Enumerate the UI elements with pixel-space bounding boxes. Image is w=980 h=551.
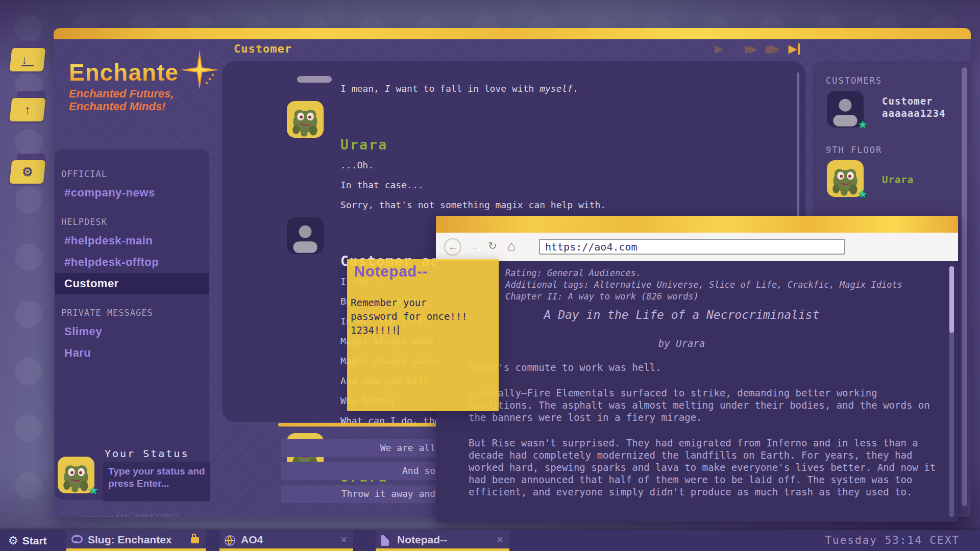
gear-icon: ⚙ (22, 166, 33, 178)
browser-toolbar: ← → ↻ ⌂ (436, 233, 958, 261)
screen: ↓ ↑ ⚙ Enchante Enchanted Futures, Enchan… (0, 0, 980, 551)
taskbar: ⚙ Start Slug: Enchantex AO4 × Notepad-- … (0, 530, 980, 551)
active-underline (376, 548, 509, 551)
status-input[interactable]: Type your status and press Enter... (103, 462, 210, 502)
message-urara: Urara ...Oh. In that case... Sorry, that… (340, 98, 788, 215)
urara-avatar: ★ (827, 160, 864, 197)
fast-forward-2-icon[interactable]: ▶▶ (745, 43, 757, 55)
group-label-9th-floor: 9TH FLOOR (826, 145, 971, 155)
member-customer[interactable]: ★ Customer aaaaaa1234 (827, 91, 971, 131)
chat-header-title: Customer (234, 42, 292, 55)
gear-icon: ⚙ (8, 534, 18, 547)
group-label-customers: CUSTOMERS (826, 76, 971, 86)
fic-tags: Rating: General Audiences. Additional ta… (505, 267, 902, 303)
app-title-bar[interactable] (54, 28, 971, 39)
taskbar-window-label: AO4 (241, 530, 263, 549)
star-badge-icon: ★ (857, 118, 868, 132)
globe-icon (225, 535, 235, 546)
channel-helpdesk-offtop[interactable]: #helpdesk-offtop (55, 252, 209, 273)
fic-byline: by Urara (436, 338, 927, 349)
fast-forward-3-icon[interactable]: ▶▶▶ (766, 43, 780, 55)
logo-tagline: Enchanted Futures, Enchanted Minds! (69, 87, 237, 113)
note-icon (381, 535, 389, 546)
message-text: I mean, I want to fall in love with myse… (340, 79, 788, 98)
taskbar-window-label: Notepad-- (397, 530, 447, 549)
message-text: ...Oh. (340, 155, 788, 175)
section-label-private-messages: PRIVATE MESSAGES (61, 308, 209, 318)
channel-company-news[interactable]: #company-news (55, 182, 209, 204)
dm-slimey[interactable]: Slimey (55, 321, 209, 342)
fic-body: Today's commute to work was hell. Litera… (469, 361, 936, 511)
url-input[interactable] (539, 239, 845, 255)
fic-rating: Rating: General Audiences. (505, 267, 902, 279)
notepad-text[interactable]: Remember your password for once!!! 1234!… (351, 296, 496, 337)
session-id: session ID: 209437892 (55, 512, 208, 517)
lock-icon (191, 537, 199, 543)
browser-window: ← → ↻ ⌂ Rating: General Audiences. Addit… (436, 216, 958, 522)
text-cursor (398, 325, 399, 335)
close-icon[interactable]: × (497, 530, 503, 549)
section-label-helpdesk: HELPDESK (61, 217, 209, 227)
upload-icon: ↑ (24, 104, 31, 116)
reload-icon[interactable]: ↻ (488, 240, 497, 252)
taskbar-window-ao4[interactable]: AO4 × (219, 530, 353, 551)
enchantex-logo: Enchante Enchanted Futures, Enchanted Mi… (69, 59, 237, 113)
channel-helpdesk-main[interactable]: #helpdesk-main (55, 230, 209, 252)
taskbar-window-notepad[interactable]: Notepad-- × (376, 530, 509, 551)
browser-page: Rating: General Audiences. Additional ta… (436, 261, 958, 522)
active-underline (66, 548, 206, 551)
logo-spark-icon (180, 51, 219, 89)
browser-scrollbar-thumb[interactable] (949, 266, 954, 333)
folder-front: ↓ (10, 48, 46, 71)
notepad-window[interactable]: Notepad-- Remember your password for onc… (347, 259, 499, 411)
scroll-indicator[interactable] (297, 76, 332, 83)
own-avatar: ★ (58, 457, 94, 493)
notepad-title: Notepad-- (354, 263, 428, 280)
forward-icon[interactable]: → (469, 241, 479, 253)
downloads-folder-icon[interactable]: ↓ (11, 46, 44, 71)
member-urara[interactable]: ★ Urara (827, 160, 971, 200)
urara-avatar (287, 101, 324, 138)
playback-controls: ▶ ▶▶ ▶▶▶ ▶ (715, 43, 857, 55)
fic-paragraph: But Rise wasn't surprised. They had emig… (469, 437, 936, 498)
start-label: Start (22, 535, 47, 547)
members-scrollbar[interactable] (962, 67, 967, 506)
chat-bubble-icon (71, 535, 83, 543)
uploads-folder-icon[interactable]: ↑ (11, 96, 44, 121)
home-icon[interactable]: ⌂ (507, 238, 516, 254)
skip-to-end-icon[interactable]: ▶ (789, 43, 800, 55)
star-badge-icon: ★ (88, 484, 99, 497)
taskbar-window-label: Slug: Enchantex (88, 530, 172, 549)
taskbar-clock[interactable]: Tuesday 53:14 CEXT (825, 530, 960, 551)
download-icon: ↓ (21, 54, 34, 66)
message-text: Sorry, that's not something magix can he… (340, 195, 788, 215)
settings-folder-icon[interactable]: ⚙ (11, 158, 44, 184)
play-icon[interactable]: ▶ (715, 43, 723, 55)
customer-avatar: ★ (827, 91, 864, 128)
fic-paragraph: Today's commute to work was hell. (469, 361, 936, 373)
active-underline (219, 548, 353, 551)
folder-front: ⚙ (10, 160, 46, 184)
browser-title-bar[interactable] (436, 216, 958, 233)
section-label-official: OFFICIAL (61, 169, 209, 179)
fic-title: A Day in the Life of a Necrocriminalist (436, 308, 927, 321)
message-text: In that case... (340, 175, 788, 195)
message-continuation: I mean, I want to fall in love with myse… (340, 79, 788, 98)
star-badge-icon: ★ (857, 188, 868, 201)
back-icon[interactable]: ← (444, 238, 461, 256)
folder-front: ↑ (10, 98, 46, 121)
fic-additional-tags: Additional tags: Alternative Universe, S… (505, 279, 902, 291)
channel-customer-selected[interactable]: Customer (55, 273, 209, 294)
fic-chapter: Chapter II: A way to work (826 words) (505, 291, 902, 303)
user-status-area: ★ Your Status Type your status and press… (55, 446, 223, 517)
customer-avatar (287, 217, 324, 254)
dm-haru[interactable]: Haru (55, 342, 209, 364)
status-title: Your Status (105, 447, 189, 460)
taskbar-window-enchantex[interactable]: Slug: Enchantex (66, 530, 206, 551)
member-name: Urara (882, 173, 914, 186)
fic-paragraph: Literally—Fire Elementals surfaced to st… (469, 387, 936, 423)
start-button[interactable]: ⚙ Start (8, 530, 47, 551)
member-name: Customer aaaaaa1234 (882, 95, 945, 119)
author-name: Urara (340, 135, 788, 155)
close-icon[interactable]: × (340, 530, 347, 549)
